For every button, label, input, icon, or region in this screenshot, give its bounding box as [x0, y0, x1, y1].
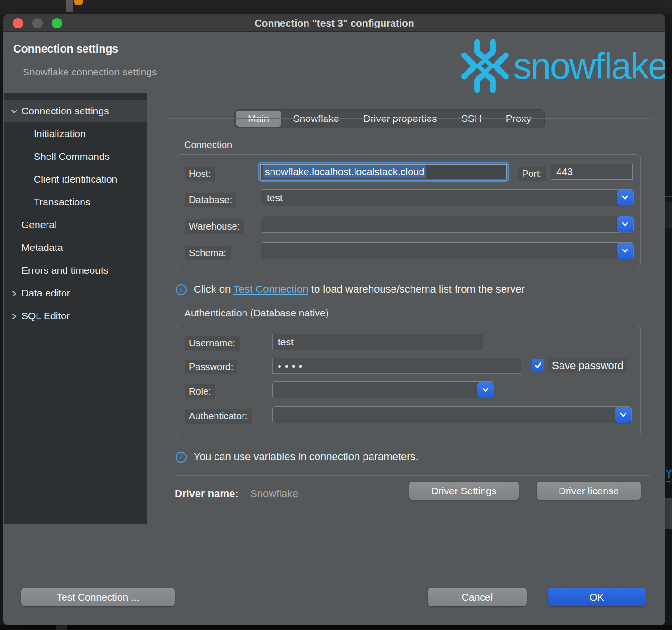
schema-combo[interactable] [261, 242, 634, 259]
sidebar-item-label: Data editor [21, 287, 70, 299]
username-input[interactable]: test [272, 334, 483, 350]
sidebar-item-initialization[interactable]: Initialization [4, 122, 147, 145]
connection-groupbox: Host: snowflake.localhost.localstack.clo… [176, 154, 641, 268]
close-button[interactable] [13, 18, 23, 28]
check-icon [534, 361, 542, 369]
chevron-down-icon [621, 221, 629, 228]
sidebar-item-label: Transactions [34, 196, 90, 208]
ok-button[interactable]: OK [548, 588, 646, 606]
driver-name-label: Driver name: [175, 488, 239, 500]
host-label: Host: [185, 167, 215, 181]
sidebar-item-metadata[interactable]: Metadata [4, 236, 147, 259]
schema-dropdown-button[interactable] [617, 243, 633, 259]
test-connection-link[interactable]: Test Connection [233, 283, 308, 295]
chevron-right-icon [10, 313, 18, 320]
sidebar-item-shell-commands[interactable]: Shell Commands [4, 145, 147, 168]
footer-divider [3, 530, 665, 530]
hint-text: Click on Test Connection to load warehou… [194, 283, 525, 296]
username-label: Username: [185, 336, 240, 351]
database-dropdown-button[interactable] [617, 190, 633, 206]
chevron-down-icon [482, 387, 489, 393]
sidebar-item-label: Client identification [34, 174, 117, 185]
authenticator-combo[interactable] [272, 406, 632, 423]
save-password-label: Save password [548, 358, 627, 373]
driver-settings-button[interactable]: Driver Settings [409, 482, 519, 500]
warehouse-combo[interactable] [261, 216, 634, 233]
warehouse-label: Warehouse: [185, 219, 244, 234]
password-input[interactable]: ●●●● [272, 358, 521, 374]
info-icon: i [176, 452, 187, 463]
background-right-strip [665, 14, 672, 625]
password-label: Password: [185, 360, 237, 374]
sidebar-divider [151, 93, 151, 530]
authenticator-label: Authenticator: [185, 409, 252, 424]
minimize-button [32, 18, 43, 28]
database-combo[interactable]: test [261, 189, 634, 206]
database-label: Database: [185, 193, 236, 207]
background-fragment [665, 196, 672, 197]
hint-suffix: to load warehouse/schema list from the s… [308, 283, 525, 295]
role-combo[interactable] [272, 381, 494, 398]
sidebar-item-label: Errors and timeouts [21, 265, 108, 276]
sidebar-item-label: Connection settings [21, 105, 109, 117]
port-input[interactable]: 443 [551, 164, 633, 180]
sidebar-item-connection-settings[interactable]: Connection settings [4, 100, 147, 122]
test-connection-button[interactable]: Test Connection ... [21, 588, 175, 606]
sidebar-item-client-identification[interactable]: Client identification [4, 168, 147, 191]
info-icon: i [176, 284, 187, 295]
role-dropdown-button[interactable] [477, 382, 494, 398]
snowflake-logo-icon [458, 39, 512, 93]
chevron-down-icon [10, 108, 18, 115]
sidebar-item-sql-editor[interactable]: SQL Editor [4, 305, 147, 327]
sidebar-item-transactions[interactable]: Transactions [4, 191, 147, 213]
connection-configuration-dialog: Connection "test 3" configuration Connec… [3, 14, 665, 625]
sidebar-item-label: SQL Editor [21, 310, 70, 322]
database-combo-value: test [267, 190, 283, 206]
test-connection-hint: i Click on Test Connection to load wareh… [176, 283, 525, 296]
authentication-groupbox: Username: test Password: ●●●● Save passw… [176, 325, 641, 436]
page-title: Connection settings [13, 43, 118, 56]
host-input[interactable]: snowflake.localhost.localstack.cloud [258, 162, 509, 182]
sidebar-item-label: Metadata [21, 242, 63, 253]
sidebar-item-data-editor[interactable]: Data editor [4, 282, 147, 305]
host-input-value: snowflake.localhost.localstack.cloud [263, 165, 426, 178]
background-orange-icon [74, 0, 83, 5]
variables-hint: i You can use variables in connection pa… [176, 451, 419, 463]
hint-prefix: Click on [194, 283, 233, 295]
settings-sidebar: Connection settingsInitializationShell C… [4, 93, 147, 524]
password-dots: ●●●● [278, 362, 306, 370]
warehouse-dropdown-button[interactable] [617, 216, 633, 232]
driver-license-button[interactable]: Driver license [537, 482, 641, 500]
background-bottom-strip [0, 625, 672, 630]
background-blue-glyph [666, 469, 672, 486]
chevron-right-icon [10, 290, 18, 297]
background-fragment [56, 625, 67, 630]
sidebar-item-errors-and-timeouts[interactable]: Errors and timeouts [4, 259, 147, 282]
snowflake-wordmark: snowflake [513, 45, 665, 87]
role-label: Role: [185, 384, 215, 399]
titlebar[interactable]: Connection "test 3" configuration [3, 14, 665, 32]
port-label: Port: [518, 167, 546, 181]
save-password-checkbox[interactable] [532, 359, 544, 371]
chevron-down-icon [619, 411, 627, 418]
authenticator-dropdown-button[interactable] [615, 407, 631, 423]
background-toolbar-fragment [66, 0, 73, 12]
sidebar-item-label: General [21, 219, 57, 231]
background-fragment [665, 498, 672, 529]
schema-label: Schema: [185, 246, 231, 260]
sidebar-item-general[interactable]: General [4, 213, 147, 236]
chevron-down-icon [621, 248, 629, 254]
authentication-section-label: Authentication (Database native) [184, 307, 329, 319]
driver-divider [176, 475, 650, 476]
page-subtitle: Snowflake connection settings [23, 66, 157, 78]
background-app-strip [0, 0, 672, 14]
connection-section-label: Connection [184, 139, 232, 150]
sidebar-item-label: Shell Commands [34, 151, 110, 162]
background-fragment [665, 202, 672, 228]
zoom-button[interactable] [52, 18, 62, 28]
cancel-button[interactable]: Cancel [428, 588, 527, 606]
hint-text: You can use variables in connection para… [194, 451, 419, 463]
sidebar-item-label: Initialization [34, 128, 86, 139]
chevron-down-icon [621, 195, 629, 201]
snowflake-logo: snowflake [458, 37, 665, 95]
